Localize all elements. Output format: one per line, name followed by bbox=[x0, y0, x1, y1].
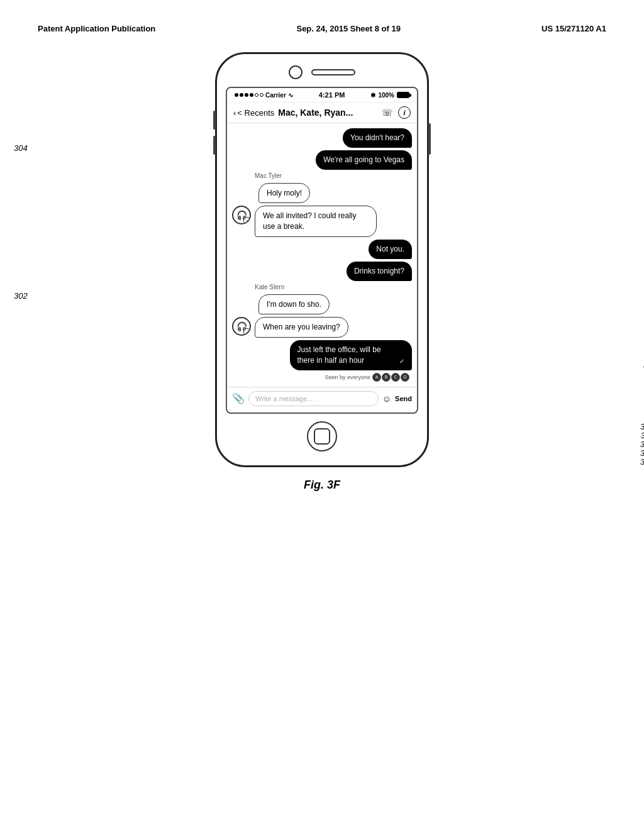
battery-fill bbox=[397, 92, 409, 97]
bubble-office: Just left the office, will be there in h… bbox=[290, 340, 412, 370]
attach-icon[interactable]: 📎 bbox=[232, 392, 245, 404]
dot3 bbox=[245, 93, 248, 97]
send-button[interactable]: Send bbox=[395, 395, 412, 402]
bubble-sent-2: We're all going to Vegas bbox=[316, 150, 412, 170]
annotation-318e: 318e bbox=[640, 422, 644, 431]
volume-down-button bbox=[213, 136, 216, 155]
seen-avatars: A B C D bbox=[372, 373, 409, 382]
speaker bbox=[311, 69, 355, 75]
annotation-318a: 318a bbox=[640, 457, 644, 467]
bubble-holy-moly: Holy moly! bbox=[258, 183, 310, 204]
office-text: Just left the office, will be there in h… bbox=[297, 345, 397, 366]
annotation-302: 302 bbox=[14, 291, 28, 301]
message-input[interactable]: Write a message... bbox=[248, 391, 379, 406]
phone-outer: Carrier ∿ 4:21 PM ✱ 100% bbox=[215, 52, 429, 467]
sender-label-kate: Kate Stern bbox=[255, 284, 412, 290]
clock: 4:21 PM bbox=[319, 91, 345, 99]
bubble-sent-1: You didn't hear? bbox=[343, 128, 412, 148]
status-left: Carrier ∿ bbox=[235, 92, 293, 99]
message-received-holy-moly: Holy moly! bbox=[232, 183, 412, 204]
bubble-not-you: Not you. bbox=[369, 240, 412, 259]
bubble-leaving: When are you leaving? bbox=[255, 317, 348, 338]
seen-avatar-4: D bbox=[401, 373, 409, 382]
status-right: ✱ 100% bbox=[370, 92, 409, 99]
signal-dots bbox=[235, 93, 264, 97]
home-button[interactable] bbox=[307, 421, 337, 451]
volume-up-button bbox=[213, 111, 216, 130]
message-sent-drinks: Drinks tonight? bbox=[232, 262, 412, 281]
home-button-area bbox=[226, 421, 418, 451]
phone-top-bar bbox=[226, 65, 418, 79]
dot4 bbox=[250, 93, 253, 97]
seen-avatar-3: C bbox=[391, 373, 400, 382]
message-received-invited: ♫ We all invited? I could really use a b… bbox=[232, 206, 412, 237]
avatar-mac: ♫ bbox=[232, 206, 251, 224]
header-left: Patent Application Publication bbox=[38, 24, 155, 33]
bubble-drinks: Drinks tonight? bbox=[347, 262, 412, 281]
status-bar: Carrier ∿ 4:21 PM ✱ 100% bbox=[227, 88, 417, 102]
avatar-kate: ♫ bbox=[232, 317, 251, 336]
message-sent-not-you: Not you. bbox=[232, 240, 412, 259]
battery-label: 100% bbox=[378, 92, 394, 99]
phone: Carrier ∿ 4:21 PM ✱ 100% bbox=[215, 46, 429, 467]
header-center: Sep. 24, 2015 Sheet 8 of 19 bbox=[296, 24, 400, 33]
back-label: < Recents bbox=[237, 108, 274, 118]
front-camera bbox=[289, 65, 303, 79]
annotation-318b: 318b bbox=[640, 440, 644, 449]
messages-area: You didn't hear? We're all going to Vega… bbox=[227, 123, 417, 387]
phone-screen: Carrier ∿ 4:21 PM ✱ 100% bbox=[226, 87, 418, 414]
carrier-label: Carrier bbox=[265, 92, 286, 99]
avatar-badge: ♫ bbox=[243, 217, 251, 224]
seen-row: Seen by everyone A B C D bbox=[232, 373, 412, 382]
message-sent-2: We're all going to Vegas bbox=[232, 150, 412, 170]
message-received-leaving: ♫ When are you leaving? bbox=[232, 317, 412, 338]
header-right: US 15/271120 A1 bbox=[541, 24, 606, 33]
bubble-down: I'm down fo sho. bbox=[258, 294, 330, 315]
bluetooth-icon: ✱ bbox=[370, 92, 375, 99]
power-button bbox=[428, 123, 431, 155]
back-chevron: ‹ bbox=[233, 108, 236, 118]
call-icon[interactable]: ☏ bbox=[382, 108, 393, 118]
wifi-icon: ∿ bbox=[288, 92, 293, 99]
nav-bar: ‹ < Recents Mac, Kate, Ryan... ☏ i bbox=[227, 102, 417, 123]
annotation-318c: 318c bbox=[641, 431, 644, 440]
info-icon: i bbox=[403, 109, 405, 116]
sender-label-mac: Mac Tyler bbox=[255, 172, 412, 179]
annotation-304: 304 bbox=[14, 143, 28, 153]
conversation-title: Mac, Kate, Ryan... bbox=[278, 108, 378, 118]
figure-caption: Fig. 3F bbox=[304, 479, 340, 492]
patent-header: Patent Application Publication Sep. 24, … bbox=[0, 13, 644, 40]
dot1 bbox=[235, 93, 238, 97]
nav-icons: ☏ i bbox=[382, 106, 411, 119]
message-sent-office: Just left the office, will be there in h… bbox=[232, 340, 412, 370]
battery-icon bbox=[397, 92, 409, 98]
input-bar: 📎 Write a message... ☺ Send bbox=[227, 387, 417, 410]
message-received-down: I'm down fo sho. bbox=[232, 294, 412, 315]
dot5 bbox=[255, 93, 258, 97]
bubble-invited: We all invited? I could really use a bre… bbox=[255, 206, 377, 237]
seen-avatar-2: B bbox=[382, 373, 391, 382]
home-button-inner bbox=[314, 428, 330, 445]
dot6 bbox=[260, 93, 264, 97]
back-button[interactable]: ‹ < Recents bbox=[233, 108, 274, 118]
message-sent-1: You didn't hear? bbox=[232, 128, 412, 148]
seen-avatar-1: A bbox=[372, 373, 381, 382]
dot2 bbox=[240, 93, 243, 97]
emoji-icon[interactable]: ☺ bbox=[382, 394, 391, 404]
annotation-318d: 318d bbox=[640, 448, 644, 458]
seen-text: Seen by everyone bbox=[325, 374, 370, 380]
avatar-kate-badge: ♫ bbox=[243, 328, 251, 336]
info-button[interactable]: i bbox=[398, 106, 411, 119]
checkmark-icon: ✓ bbox=[399, 357, 404, 366]
